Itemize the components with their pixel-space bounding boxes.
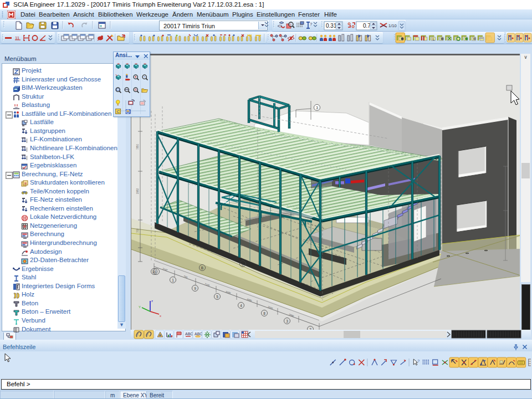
svg-text:3: 3 [316,106,318,110]
svg-text:7850: 7850 [136,144,139,150]
svg-text:9: 9 [194,287,196,290]
svg-text:8: 8 [263,311,265,315]
svg-text:x: x [160,314,161,318]
svg-text:B: B [201,266,203,270]
svg-text:R: R [135,88,137,91]
svg-text:2982: 2982 [136,188,139,194]
svg-text:16: 16 [152,270,156,274]
svg-text:ABC: ABC [195,332,202,336]
svg-text:Y: Y [139,305,141,309]
svg-text:?: ? [417,359,420,363]
svg-text:L: L [432,37,434,41]
svg-text:z: z [151,299,153,303]
svg-text:4: 4 [240,304,242,308]
svg-text:1: 1 [172,278,174,282]
svg-text:5: 5 [216,295,218,299]
svg-text:?: ? [310,22,313,27]
svg-text:0.7: 0.7 [363,23,371,29]
svg-text:1/10: 1/10 [388,23,397,28]
svg-text:3: 3 [286,319,288,323]
svg-text:C: C [242,262,244,266]
svg-text:700: 700 [136,228,139,233]
svg-text:C: C [117,109,120,114]
svg-text:ABC: ABC [185,332,193,336]
